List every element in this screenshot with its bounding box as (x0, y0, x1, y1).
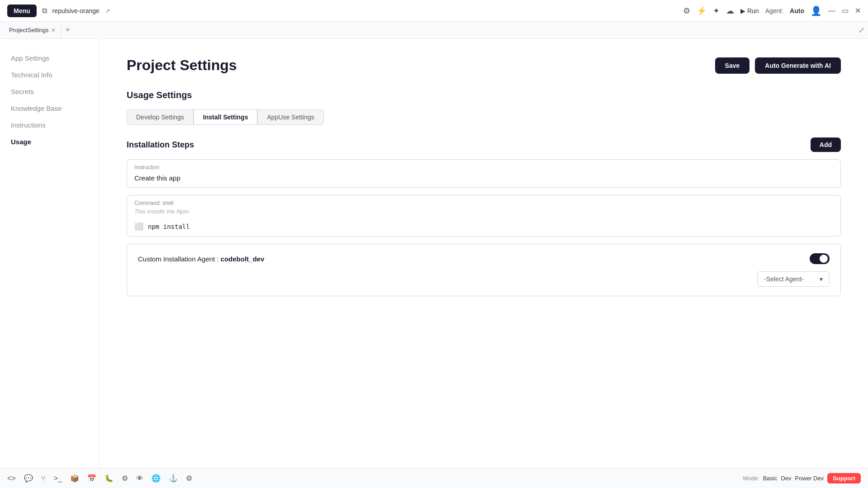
content-area: Project Settings Save Auto Generate with… (100, 39, 868, 468)
minimize-button[interactable]: — (828, 7, 835, 15)
command-header: Command: shell (127, 195, 840, 208)
mode-dev[interactable]: Dev (781, 475, 791, 482)
topbar-right: ⚙ ⚡ ✦ ☁ ▶ Run Agent: Auto 👤 — ▭ ✕ (683, 5, 861, 16)
user-icon[interactable]: 👤 (811, 5, 822, 16)
select-agent-label: -Select Agent- (764, 275, 804, 283)
calendar-icon[interactable]: 📅 (87, 474, 96, 483)
support-button[interactable]: Support (827, 473, 861, 483)
instruction-value: Create this app (127, 172, 840, 187)
tab-develop-settings[interactable]: Develop Settings (127, 109, 194, 125)
close-button[interactable]: ✕ (855, 6, 861, 15)
tab-appuse-settings[interactable]: AppUse Settings (257, 109, 323, 125)
run-button[interactable]: ▶ Run (740, 7, 759, 14)
code-text: npm install (148, 223, 190, 230)
globe-icon[interactable]: 🌐 (152, 474, 161, 483)
select-agent-dropdown[interactable]: -Select Agent- ▾ (757, 271, 830, 287)
external-link-icon[interactable]: ↗ (105, 7, 110, 14)
topbar-left: Menu ⧉ repulsive-orange ↗ (7, 5, 110, 17)
run-icon: ▶ (740, 7, 745, 14)
new-tab-button[interactable]: + (62, 25, 74, 35)
toggle-slider (810, 253, 830, 264)
sidebar-item-knowledge-base[interactable]: Knowledge Base (0, 100, 99, 117)
fullscreen-button[interactable]: ⤢ (859, 26, 864, 34)
chat-icon[interactable]: 💬 (24, 474, 33, 483)
config-icon[interactable]: ⚙ (186, 474, 192, 483)
page-header: Project Settings Save Auto Generate with… (127, 57, 841, 74)
agent-card-label: Custom Installation Agent : codebolt_dev (138, 255, 264, 263)
command-code-block: ⬜ npm install (127, 218, 840, 236)
package-icon[interactable]: 📦 (70, 474, 79, 483)
menu-button[interactable]: Menu (7, 5, 37, 17)
agent-toggle[interactable] (810, 253, 830, 264)
agent-icon[interactable]: ✦ (713, 6, 720, 16)
agent-select-row: -Select Agent- ▾ (138, 271, 830, 287)
agent-name: codebolt_dev (221, 255, 265, 263)
agent-value: Auto (790, 7, 804, 14)
anchor-icon[interactable]: ⚓ (169, 474, 178, 483)
add-step-button[interactable]: Add (811, 137, 841, 152)
cloud-icon[interactable]: ☁ (726, 6, 734, 16)
project-settings-tab[interactable]: ProjectSettings ✕ (4, 22, 62, 38)
steps-header: Installation Steps Add (127, 137, 841, 152)
bolt-icon[interactable]: ⚡ (697, 6, 707, 16)
debug-icon[interactable]: 🐛 (104, 474, 114, 483)
auto-generate-button[interactable]: Auto Generate with AI (755, 57, 841, 74)
sidebar-item-app-settings[interactable]: App Settings (0, 50, 99, 66)
branch-icon[interactable]: ⑂ (41, 474, 46, 483)
settings-icon[interactable]: ⚙ (683, 6, 690, 16)
project-name: repulsive-orange (52, 7, 100, 14)
sidebar-item-technical-info[interactable]: Technical Info (0, 66, 99, 83)
sidebar-item-secrets[interactable]: Secrets (0, 83, 99, 100)
section-title: Usage Settings (127, 90, 841, 100)
command-label: Command: shell (134, 200, 833, 206)
settings-icon[interactable]: ⚙ (122, 474, 128, 483)
save-button[interactable]: Save (715, 57, 750, 74)
window-icon: ⧉ (42, 7, 47, 15)
command-description: This installs the Npm (127, 208, 840, 218)
sidebar-item-usage[interactable]: Usage (0, 133, 99, 150)
main-layout: App Settings Technical Info Secrets Know… (0, 39, 868, 468)
terminal-icon[interactable]: >_ (54, 474, 62, 483)
bottombar: <> 💬 ⑂ >_ 📦 📅 🐛 ⚙ 👁 🌐 ⚓ ⚙ Mode: Basic De… (0, 468, 868, 488)
terminal-icon: ⬜ (134, 222, 143, 231)
agent-card-top: Custom Installation Agent : codebolt_dev (138, 253, 830, 264)
code-icon[interactable]: <> (7, 474, 16, 483)
agent-label: Agent: (765, 7, 783, 14)
chevron-down-icon: ▾ (820, 275, 823, 283)
bottombar-right: Mode: Basic Dev Power Dev Support (743, 473, 861, 483)
header-actions: Save Auto Generate with AI (715, 57, 841, 74)
eye-icon[interactable]: 👁 (136, 474, 143, 483)
topbar: Menu ⧉ repulsive-orange ↗ ⚙ ⚡ ✦ ☁ ▶ Run … (0, 0, 868, 22)
mode-label: Mode: (743, 475, 759, 482)
page-title: Project Settings (127, 57, 237, 74)
tabbar: ProjectSettings ✕ + ⤢ (0, 22, 868, 39)
tab-label: ProjectSettings (9, 27, 48, 33)
steps-title: Installation Steps (127, 140, 194, 150)
custom-agent-card: Custom Installation Agent : codebolt_dev… (127, 244, 841, 296)
maximize-button[interactable]: ▭ (842, 6, 849, 15)
tab-close-icon[interactable]: ✕ (51, 27, 56, 33)
mode-basic[interactable]: Basic (763, 475, 778, 482)
instruction-label: Instruction (127, 160, 840, 172)
command-card: Command: shell This installs the Npm ⬜ n… (127, 195, 841, 237)
sidebar: App Settings Technical Info Secrets Know… (0, 39, 100, 468)
tab-install-settings[interactable]: Install Settings (194, 109, 258, 125)
sidebar-item-instructions[interactable]: Instructions (0, 117, 99, 133)
mode-powerdev[interactable]: Power Dev (795, 475, 824, 482)
bottombar-left: <> 💬 ⑂ >_ 📦 📅 🐛 ⚙ 👁 🌐 ⚓ ⚙ (7, 474, 192, 483)
usage-settings-section: Usage Settings Develop Settings Install … (127, 90, 841, 296)
instruction-card: Instruction Create this app (127, 159, 841, 188)
settings-tabs: Develop Settings Install Settings AppUse… (127, 109, 841, 125)
